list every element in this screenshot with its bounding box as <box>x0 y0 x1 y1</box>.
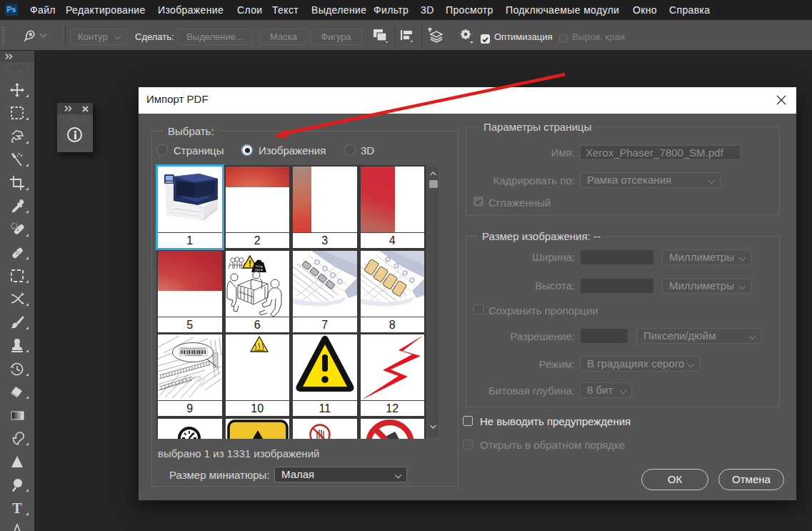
svg-text:154 lb: 154 lb <box>254 268 263 272</box>
svg-text:!: ! <box>249 259 251 269</box>
svg-text:T: T <box>12 500 22 516</box>
